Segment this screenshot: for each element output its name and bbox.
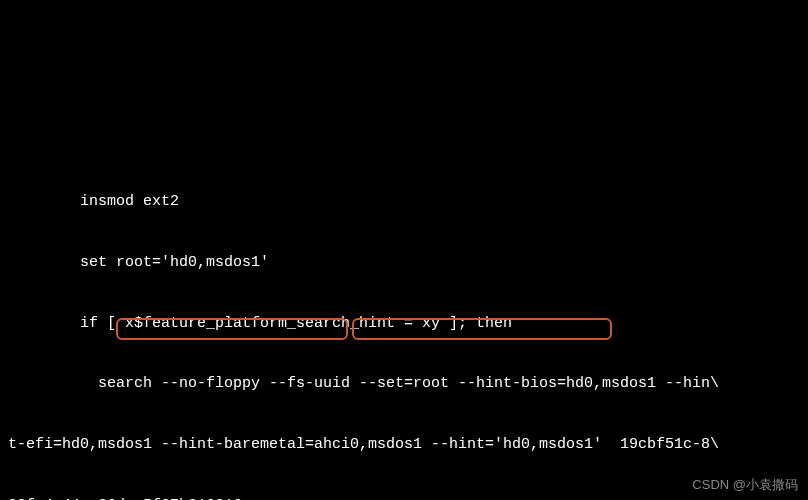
grub-line: if [ x$feature_platform_search_hint = xy… bbox=[8, 314, 800, 334]
grub-editor[interactable]: insmod ext2 set root='hd0,msdos1' if [ x… bbox=[0, 91, 808, 500]
grub-line: t-efi=hd0,msdos1 --hint-baremetal=ahci0,… bbox=[8, 435, 800, 455]
grub-line: insmod ext2 bbox=[8, 192, 800, 212]
grub-line: set root='hd0,msdos1' bbox=[8, 253, 800, 273]
blank-line bbox=[8, 132, 800, 152]
grub-line: 38f-4a44-a36d-e5f37b316816 bbox=[8, 496, 800, 500]
grub-line: search --no-floppy --fs-uuid --set=root … bbox=[8, 374, 800, 394]
watermark-text: CSDN @小袁撒码 bbox=[692, 476, 798, 494]
